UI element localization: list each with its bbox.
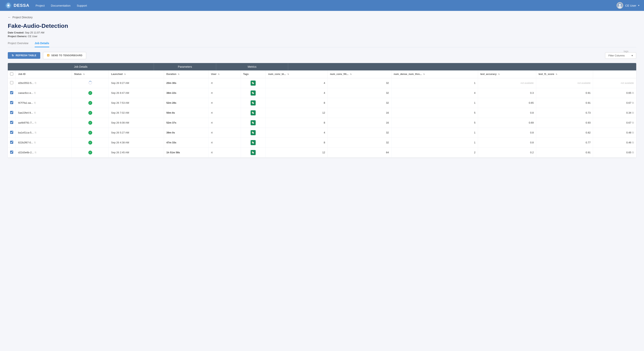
row-test-f1-score: 0.91 xyxy=(536,98,593,108)
external-link-icon[interactable]: ⧉ xyxy=(632,121,634,124)
row-user: rt xyxy=(208,98,241,108)
row-select-checkbox[interactable] xyxy=(10,111,13,114)
external-link-icon[interactable]: ⧉ xyxy=(632,111,634,114)
svg-point-14 xyxy=(252,142,253,142)
refresh-table-button[interactable]: ↻ REFRESH TABLE xyxy=(8,52,40,59)
tag-icon[interactable] xyxy=(250,120,256,125)
row-num-dense: 1 xyxy=(391,98,478,108)
row-launched: Sep 26 6:08 AM xyxy=(109,118,164,128)
external-link-icon[interactable]: ⧉ xyxy=(632,91,634,94)
row-duration: 47m 33s xyxy=(164,138,208,148)
svg-point-5 xyxy=(619,4,621,6)
row-select-checkbox[interactable] xyxy=(10,91,13,94)
row-user: rt xyxy=(208,78,241,88)
th-status: Status ⇅ xyxy=(72,70,109,78)
select-all-checkbox[interactable] xyxy=(10,72,13,76)
row-test-accuracy: 0.8 xyxy=(478,138,536,148)
tag-icon[interactable] xyxy=(250,80,256,86)
row-checkbox-cell xyxy=(8,108,16,118)
copy-icon[interactable]: ⎘ xyxy=(34,92,36,94)
row-select-checkbox[interactable] xyxy=(10,131,13,134)
row-select-checkbox[interactable] xyxy=(10,81,13,84)
row-select-checkbox[interactable] xyxy=(10,141,13,144)
table-row: f47f7fa1-aa...⎘✓Sep 26 7:53 AM52m 28srt8… xyxy=(8,98,636,108)
row-select-checkbox[interactable] xyxy=(10,121,13,124)
nav-username: CE User xyxy=(625,4,636,7)
tag-icon[interactable] xyxy=(250,150,256,155)
tag-icon[interactable] xyxy=(250,110,256,116)
row-user: rt xyxy=(208,138,241,148)
svg-point-11 xyxy=(252,112,253,113)
logo-text: DESSA xyxy=(14,3,30,8)
row-test-f1-score: not available xyxy=(536,78,593,88)
tag-icon[interactable] xyxy=(250,100,256,106)
table-row: d2bc0552-5...⎘Sep 26 9:27 AM20m 30srt432… xyxy=(8,78,636,88)
row-num-conv-filt: 32 xyxy=(328,138,391,148)
row-extra: 0.34 ⧉ xyxy=(593,108,636,118)
external-link-icon[interactable]: ⧉ xyxy=(632,151,634,154)
tab-project-overview[interactable]: Project Overview xyxy=(8,42,28,47)
row-select-checkbox[interactable] xyxy=(10,150,13,154)
row-extra: 0.67 ⧉ xyxy=(593,98,636,108)
copy-icon[interactable]: ⎘ xyxy=(35,151,36,154)
external-link-icon[interactable]: ⧉ xyxy=(632,141,634,144)
owners-value: CE User xyxy=(28,35,37,38)
avatar xyxy=(616,2,623,9)
row-select-checkbox[interactable] xyxy=(10,101,13,104)
row-num-conv-filt: 32 xyxy=(328,98,391,108)
copy-icon[interactable]: ⎘ xyxy=(35,82,36,84)
toolbar: ↻ REFRESH TABLE SEND TO TENSORBOARD Filt… xyxy=(8,52,636,59)
job-id-text: d22d3e6b-2... xyxy=(18,151,34,154)
filter-columns-dropdown[interactable]: Filter Columns ▾ xyxy=(605,52,636,59)
nav-user[interactable]: CE User ▾ xyxy=(616,2,639,9)
copy-icon[interactable]: ⎘ xyxy=(34,141,36,144)
tab-job-details[interactable]: Job Details xyxy=(35,42,49,47)
logo[interactable]: DESSA xyxy=(5,2,30,9)
status-ok-icon: ✓ xyxy=(88,131,92,135)
tags-label[interactable]: tags xyxy=(624,50,628,53)
send-to-tensorboard-button[interactable]: SEND TO TENSORBOARD xyxy=(43,52,86,59)
copy-icon[interactable]: ⎘ xyxy=(35,121,36,124)
th-num-conv-bl: num_conv_bl... ⇅ xyxy=(266,70,328,78)
th-launched: Launched ⇅ xyxy=(109,70,164,78)
row-num-conv-bl: 12 xyxy=(266,108,328,118)
row-checkbox-cell xyxy=(8,88,16,98)
external-link-icon[interactable]: ⧉ xyxy=(632,101,634,104)
copy-icon[interactable]: ⎘ xyxy=(34,101,36,104)
tag-icon[interactable] xyxy=(250,90,256,96)
row-job-id: caeac6cc-e...⎘ xyxy=(16,88,72,98)
svg-point-8 xyxy=(252,82,253,83)
nav-support[interactable]: Support xyxy=(77,3,87,8)
tag-icon[interactable] xyxy=(250,130,256,135)
breadcrumb[interactable]: ← Project Directory xyxy=(8,16,636,19)
nav-project[interactable]: Project xyxy=(36,3,45,8)
project-owners: Project Owners: CE User xyxy=(8,35,636,38)
row-checkbox-cell xyxy=(8,138,16,148)
tag-icon[interactable] xyxy=(250,140,256,145)
row-tags xyxy=(241,88,266,98)
status-ok-icon: ✓ xyxy=(88,101,92,105)
svg-point-13 xyxy=(252,132,253,132)
nav-links: Project Documentation Support xyxy=(36,3,617,8)
table-section-headers: Job Details Parameters Metrics xyxy=(8,63,636,70)
copy-icon[interactable]: ⎘ xyxy=(34,111,36,114)
table-row: 5ae22fe4-9...⎘✓Sep 26 7:02 AM50m 8srt121… xyxy=(8,108,636,118)
th-tags: Tags xyxy=(241,70,266,78)
row-test-f1-score: 0.73 xyxy=(536,108,593,118)
nav-documentation[interactable]: Documentation xyxy=(51,3,70,8)
row-tags xyxy=(241,118,266,128)
row-status: ✓ xyxy=(72,98,109,108)
row-status: ✓ xyxy=(72,108,109,118)
date-created-label: Date Created: xyxy=(8,31,24,34)
row-tags xyxy=(241,108,266,118)
row-tags xyxy=(241,98,266,108)
row-num-conv-filt: 64 xyxy=(328,148,391,158)
row-num-conv-filt: 32 xyxy=(328,128,391,138)
copy-icon[interactable]: ⎘ xyxy=(35,131,36,134)
row-num-conv-bl: 8 xyxy=(266,118,328,128)
row-duration: 20m 30s xyxy=(164,78,208,88)
row-job-id: 5ae22fe4-9...⎘ xyxy=(16,108,72,118)
section-header-job-details: Job Details xyxy=(8,63,154,70)
external-link-icon[interactable]: ⧉ xyxy=(632,131,634,134)
row-extra: 0.48 ⧉ xyxy=(593,128,636,138)
